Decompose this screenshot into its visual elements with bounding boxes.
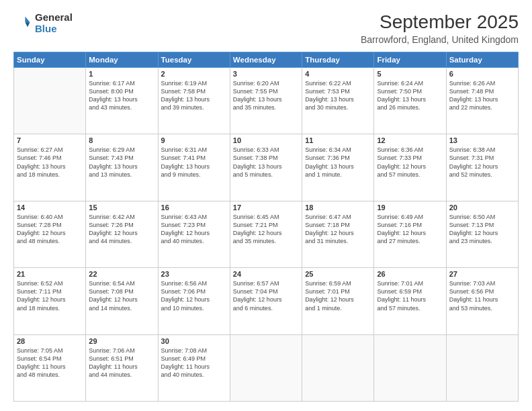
calendar-table: Sunday Monday Tuesday Wednesday Thursday… [13,52,519,402]
calendar-cell [374,334,446,401]
cell-day-number: 10 [233,136,299,144]
cell-day-number: 21 [17,270,83,278]
calendar-cell: 28Sunrise: 7:05 AM Sunset: 6:54 PM Dayli… [14,334,86,401]
col-tuesday: Tuesday [158,52,230,67]
calendar-cell: 14Sunrise: 6:40 AM Sunset: 7:28 PM Dayli… [14,201,86,267]
cell-day-number: 23 [161,270,227,278]
cell-info: Sunrise: 6:47 AM Sunset: 7:18 PM Dayligh… [305,213,371,246]
calendar-cell: 1Sunrise: 6:17 AM Sunset: 8:00 PM Daylig… [86,67,158,134]
col-sunday: Sunday [14,52,86,67]
calendar-cell: 8Sunrise: 6:29 AM Sunset: 7:43 PM Daylig… [86,134,158,201]
cell-day-number: 24 [233,270,299,278]
calendar-cell: 17Sunrise: 6:45 AM Sunset: 7:21 PM Dayli… [230,201,302,267]
cell-day-number: 2 [161,70,227,78]
cell-info: Sunrise: 6:29 AM Sunset: 7:43 PM Dayligh… [89,146,154,179]
calendar-cell [14,67,86,134]
cell-info: Sunrise: 6:33 AM Sunset: 7:38 PM Dayligh… [233,146,299,179]
calendar-cell: 2Sunrise: 6:19 AM Sunset: 7:58 PM Daylig… [158,67,230,134]
logo: General Blue [13,12,73,34]
cell-day-number: 17 [233,203,299,212]
cell-info: Sunrise: 7:03 AM Sunset: 6:56 PM Dayligh… [449,279,515,312]
calendar-cell [446,334,518,401]
cell-day-number: 27 [449,270,515,278]
calendar-cell: 6Sunrise: 6:26 AM Sunset: 7:48 PM Daylig… [446,67,518,134]
cell-info: Sunrise: 6:42 AM Sunset: 7:26 PM Dayligh… [89,213,154,246]
cell-day-number: 5 [377,70,443,78]
calendar-cell: 29Sunrise: 7:06 AM Sunset: 6:51 PM Dayli… [86,334,158,401]
header: General Blue September 2025 Barrowford, … [13,12,519,45]
svg-marker-0 [26,16,30,22]
cell-day-number: 25 [305,270,371,278]
calendar-week-2: 7Sunrise: 6:27 AM Sunset: 7:46 PM Daylig… [14,134,519,201]
cell-info: Sunrise: 7:01 AM Sunset: 6:59 PM Dayligh… [377,279,443,312]
calendar-cell: 25Sunrise: 6:59 AM Sunset: 7:01 PM Dayli… [302,268,374,334]
cell-day-number: 14 [17,203,83,212]
cell-info: Sunrise: 6:56 AM Sunset: 7:06 PM Dayligh… [161,279,227,312]
cell-info: Sunrise: 6:49 AM Sunset: 7:16 PM Dayligh… [377,213,443,246]
cell-info: Sunrise: 6:52 AM Sunset: 7:11 PM Dayligh… [17,279,83,312]
cell-info: Sunrise: 7:08 AM Sunset: 6:49 PM Dayligh… [161,347,227,379]
cell-day-number: 3 [233,70,299,78]
page: General Blue September 2025 Barrowford, … [0,0,532,411]
cell-info: Sunrise: 6:45 AM Sunset: 7:21 PM Dayligh… [233,213,299,246]
cell-info: Sunrise: 6:36 AM Sunset: 7:33 PM Dayligh… [377,146,443,179]
svg-marker-1 [26,22,30,27]
calendar-cell [302,334,374,401]
cell-info: Sunrise: 6:50 AM Sunset: 7:13 PM Dayligh… [449,213,515,246]
cell-day-number: 26 [377,270,443,278]
calendar-cell: 12Sunrise: 6:36 AM Sunset: 7:33 PM Dayli… [374,134,446,201]
cell-info: Sunrise: 6:24 AM Sunset: 7:50 PM Dayligh… [377,79,443,112]
cell-day-number: 22 [89,270,154,278]
calendar-cell: 20Sunrise: 6:50 AM Sunset: 7:13 PM Dayli… [446,201,518,267]
cell-info: Sunrise: 6:57 AM Sunset: 7:04 PM Dayligh… [233,279,299,312]
cell-info: Sunrise: 6:19 AM Sunset: 7:58 PM Dayligh… [161,79,227,112]
cell-day-number: 6 [449,70,515,78]
month-title: September 2025 [361,12,519,33]
calendar-cell: 9Sunrise: 6:31 AM Sunset: 7:41 PM Daylig… [158,134,230,201]
cell-day-number: 12 [377,136,443,144]
cell-day-number: 11 [305,136,371,144]
calendar-week-5: 28Sunrise: 7:05 AM Sunset: 6:54 PM Dayli… [14,334,519,401]
cell-day-number: 7 [17,136,83,144]
cell-info: Sunrise: 6:34 AM Sunset: 7:36 PM Dayligh… [305,146,371,179]
cell-info: Sunrise: 6:26 AM Sunset: 7:48 PM Dayligh… [449,79,515,112]
cell-info: Sunrise: 6:22 AM Sunset: 7:53 PM Dayligh… [305,79,371,112]
calendar-cell: 11Sunrise: 6:34 AM Sunset: 7:36 PM Dayli… [302,134,374,201]
calendar-cell: 18Sunrise: 6:47 AM Sunset: 7:18 PM Dayli… [302,201,374,267]
calendar-cell: 27Sunrise: 7:03 AM Sunset: 6:56 PM Dayli… [446,268,518,334]
col-monday: Monday [86,52,158,67]
cell-day-number: 9 [161,136,227,144]
calendar-cell: 24Sunrise: 6:57 AM Sunset: 7:04 PM Dayli… [230,268,302,334]
cell-day-number: 29 [89,337,154,345]
calendar-cell: 10Sunrise: 6:33 AM Sunset: 7:38 PM Dayli… [230,134,302,201]
cell-day-number: 18 [305,203,371,212]
calendar-cell [230,334,302,401]
calendar-cell: 4Sunrise: 6:22 AM Sunset: 7:53 PM Daylig… [302,67,374,134]
calendar-week-4: 21Sunrise: 6:52 AM Sunset: 7:11 PM Dayli… [14,268,519,334]
logo-icon [13,14,32,33]
cell-info: Sunrise: 6:17 AM Sunset: 8:00 PM Dayligh… [89,79,154,112]
col-wednesday: Wednesday [230,52,302,67]
cell-day-number: 16 [161,203,227,212]
calendar-cell: 3Sunrise: 6:20 AM Sunset: 7:55 PM Daylig… [230,67,302,134]
cell-day-number: 28 [17,337,83,345]
col-friday: Friday [374,52,446,67]
cell-day-number: 1 [89,70,154,78]
cell-day-number: 8 [89,136,154,144]
calendar-cell: 7Sunrise: 6:27 AM Sunset: 7:46 PM Daylig… [14,134,86,201]
cell-day-number: 4 [305,70,371,78]
cell-day-number: 13 [449,136,515,144]
cell-info: Sunrise: 6:20 AM Sunset: 7:55 PM Dayligh… [233,79,299,112]
cell-info: Sunrise: 6:31 AM Sunset: 7:41 PM Dayligh… [161,146,227,179]
calendar-cell: 21Sunrise: 6:52 AM Sunset: 7:11 PM Dayli… [14,268,86,334]
cell-info: Sunrise: 6:54 AM Sunset: 7:08 PM Dayligh… [89,279,154,312]
logo-line1: General [35,12,73,24]
cell-info: Sunrise: 7:05 AM Sunset: 6:54 PM Dayligh… [17,347,83,379]
calendar-cell: 19Sunrise: 6:49 AM Sunset: 7:16 PM Dayli… [374,201,446,267]
cell-info: Sunrise: 6:59 AM Sunset: 7:01 PM Dayligh… [305,279,371,312]
calendar-cell: 22Sunrise: 6:54 AM Sunset: 7:08 PM Dayli… [86,268,158,334]
cell-info: Sunrise: 6:40 AM Sunset: 7:28 PM Dayligh… [17,213,83,246]
col-saturday: Saturday [446,52,518,67]
title-block: September 2025 Barrowford, England, Unit… [361,12,519,45]
calendar-cell: 15Sunrise: 6:42 AM Sunset: 7:26 PM Dayli… [86,201,158,267]
